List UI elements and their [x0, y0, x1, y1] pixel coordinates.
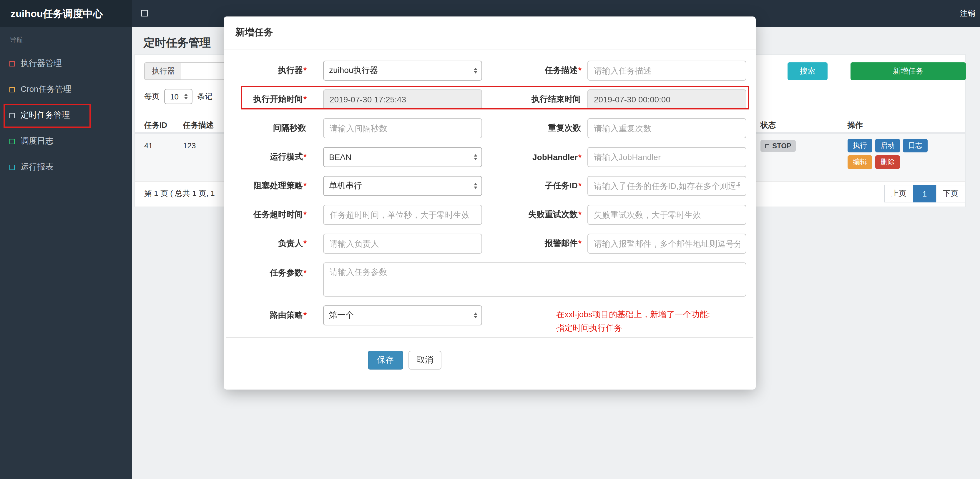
timed-task-square-icon [10, 113, 15, 118]
label-text: 执行结束时间 [531, 94, 581, 103]
select-arrows-icon [474, 68, 477, 73]
required-asterisk: * [304, 152, 307, 161]
timeout-input[interactable] [323, 205, 482, 225]
per-page-select[interactable]: 10 [164, 89, 192, 104]
executor-label: 执行器* [235, 65, 307, 76]
form-row-executor: 执行器* zuihou执行器 任务描述* [235, 60, 746, 81]
pagination: 上页 1 下页 [885, 185, 965, 202]
form-row-time-range: 执行开始时间* 执行结束时间 [235, 89, 746, 110]
select-arrows-icon [474, 154, 477, 160]
interval-input[interactable] [323, 118, 482, 138]
route-strategy-label: 路由策略* [235, 310, 307, 321]
required-asterisk: * [578, 181, 582, 190]
dispatch-log-square-icon [10, 138, 15, 144]
required-asterisk: * [578, 238, 582, 248]
interval-label: 间隔秒数 [235, 123, 307, 134]
per-page-value: 10 [170, 92, 179, 101]
child-job-input[interactable] [587, 176, 746, 196]
feature-note-line2: 指定时间执行任务 [556, 321, 746, 335]
modal-body: 执行器* zuihou执行器 任务描述* 执行开始时间* 执行结束时间 间隔秒数 [224, 49, 756, 325]
owner-input[interactable] [323, 234, 482, 254]
sidebar-toggle-icon[interactable] [141, 10, 148, 16]
sidebar-item-cron-task-management[interactable]: Cron任务管理 [0, 76, 132, 102]
logout-link[interactable]: 注销 [960, 8, 975, 19]
fail-retry-input[interactable] [587, 205, 746, 225]
log-button[interactable]: 日志 [903, 139, 928, 153]
jobhandler-label: JobHandler* [494, 153, 582, 162]
run-mode-select[interactable]: BEAN [323, 147, 482, 167]
label-text: 阻塞处理策略 [253, 181, 303, 190]
modal-footer: 保存 取消 [368, 351, 756, 369]
timeout-label: 任务超时时间* [235, 210, 307, 220]
delete-button[interactable]: 删除 [875, 155, 900, 169]
search-button[interactable]: 搜索 [788, 62, 827, 80]
per-page-suffix: 条记 [197, 91, 213, 102]
col-header-actions: 操作 [848, 120, 863, 130]
job-desc-input[interactable] [587, 60, 746, 81]
sidebar-item-label: 定时任务管理 [21, 110, 70, 121]
label-text: 任务描述 [545, 65, 578, 75]
per-page-prefix: 每页 [144, 91, 159, 102]
jobhandler-input[interactable] [587, 147, 746, 167]
required-asterisk: * [578, 65, 582, 75]
label-text: 执行器 [278, 65, 303, 75]
label-text: 执行开始时间 [253, 94, 303, 103]
feature-note-line1: 在xxl-jobs项目的基础上，新增了一个功能: [556, 308, 746, 321]
save-button[interactable]: 保存 [368, 351, 403, 369]
job-param-textarea[interactable] [323, 263, 746, 297]
form-row-job-param: 任务参数* [235, 263, 746, 297]
next-page-button[interactable]: 下页 [936, 185, 965, 202]
prev-page-button[interactable]: 上页 [884, 185, 913, 202]
required-asterisk: * [304, 238, 307, 248]
label-text: 运行模式 [270, 152, 303, 161]
sidebar-item-timed-task-management[interactable]: 定时任务管理 [0, 102, 132, 128]
label-text: 负责人 [278, 238, 303, 248]
executor-filter-label: 执行器 [144, 62, 183, 80]
executor-square-icon [10, 61, 15, 66]
add-task-modal: 新增任务 执行器* zuihou执行器 任务描述* 执行开始时间* 执行结束时间 [224, 16, 756, 390]
alarm-email-input[interactable] [587, 234, 746, 254]
feature-note: 在xxl-jobs项目的基础上，新增了一个功能: 指定时间执行任务 [556, 306, 746, 335]
status-badge: STOP [760, 140, 796, 152]
modal-title: 新增任务 [224, 16, 756, 49]
executor-select[interactable]: zuihou执行器 [323, 60, 482, 81]
repeat-count-input[interactable] [587, 118, 746, 138]
select-arrows-icon [474, 312, 477, 318]
run-button[interactable]: 执行 [848, 139, 872, 153]
status-text: STOP [772, 142, 791, 150]
label-text: 子任务ID [545, 181, 578, 190]
page-title: 定时任务管理 [144, 35, 211, 51]
form-row-timeout: 任务超时时间* 失败重试次数* [235, 205, 746, 225]
current-page-button[interactable]: 1 [913, 185, 937, 202]
select-arrows-icon [184, 94, 188, 99]
end-time-label: 执行结束时间 [494, 94, 582, 105]
child-job-label: 子任务ID* [494, 181, 582, 191]
start-time-label: 执行开始时间* [235, 94, 307, 105]
sidebar-item-executor-management[interactable]: 执行器管理 [0, 51, 132, 76]
select-arrows-icon [474, 183, 477, 189]
sidebar-item-run-report[interactable]: 运行报表 [0, 154, 132, 180]
run-mode-label: 运行模式* [235, 152, 307, 162]
required-asterisk: * [578, 153, 582, 162]
form-row-owner: 负责人* 报警邮件* [235, 234, 746, 254]
add-task-button[interactable]: 新增任务 [851, 62, 966, 80]
required-asterisk: * [304, 65, 307, 75]
end-time-input[interactable] [587, 89, 746, 110]
label-text: 路由策略 [270, 310, 303, 320]
label-text: 重复次数 [548, 123, 581, 132]
route-strategy-select[interactable]: 第一个 [323, 306, 482, 325]
required-asterisk: * [578, 210, 582, 219]
per-page-row: 每页 10 条记 [144, 89, 213, 104]
start-time-input[interactable] [323, 89, 482, 110]
alarm-email-label: 报警邮件* [494, 238, 582, 249]
sidebar-item-dispatch-log[interactable]: 调度日志 [0, 128, 132, 154]
block-strategy-select[interactable]: 单机串行 [323, 176, 482, 196]
edit-button[interactable]: 编辑 [848, 155, 872, 169]
form-row-block-strategy: 阻塞处理策略* 单机串行 子任务ID* [235, 176, 746, 196]
cancel-button[interactable]: 取消 [409, 351, 441, 369]
route-strategy-select-value: 第一个 [329, 310, 354, 321]
start-button[interactable]: 启动 [875, 139, 900, 153]
form-row-run-mode: 运行模式* BEAN JobHandler* [235, 147, 746, 167]
pagination-summary: 第 1 页 ( 总共 1 页, 1 [144, 188, 215, 199]
block-strategy-label: 阻塞处理策略* [235, 181, 307, 191]
